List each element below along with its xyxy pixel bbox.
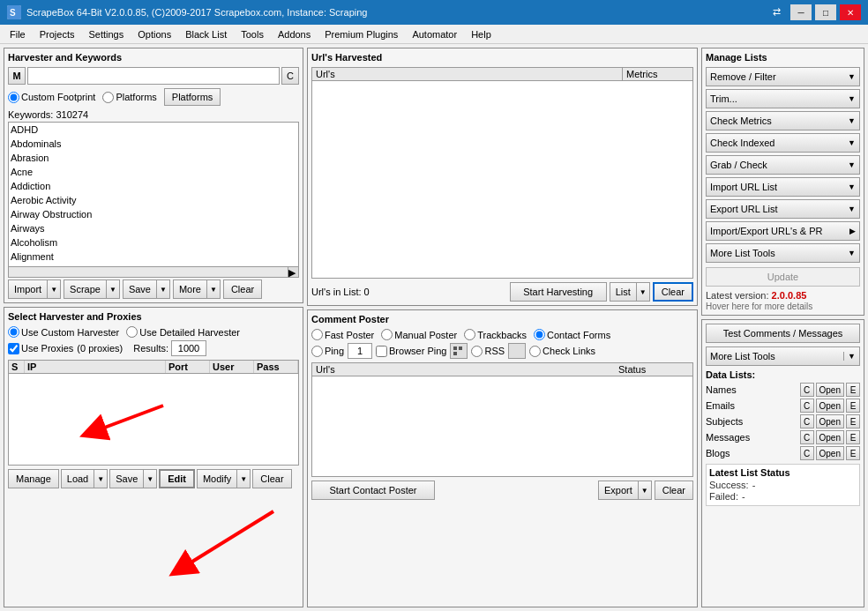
subjects-c-btn[interactable]: C — [800, 414, 814, 428]
keyword-input[interactable] — [27, 67, 280, 85]
contact-forms-radio[interactable] — [534, 329, 545, 340]
more-list-tools-btn-top[interactable]: More List Tools ▼ — [706, 243, 860, 263]
contact-forms-label[interactable]: Contact Forms — [534, 329, 610, 340]
ping-options-icon[interactable] — [450, 343, 468, 359]
results-input[interactable]: 1000 — [171, 340, 206, 356]
import-button[interactable]: Import ▼ — [8, 279, 61, 299]
urls-textarea[interactable] — [311, 80, 693, 279]
custom-harvester-radio[interactable] — [8, 326, 19, 338]
proxy-clear-btn[interactable]: Clear — [252, 469, 291, 488]
proxy-save-btn[interactable]: Save ▼ — [109, 469, 157, 488]
update-btn[interactable]: Update — [706, 267, 860, 287]
platforms-button[interactable]: Platforms — [164, 88, 221, 106]
ping-radio[interactable] — [311, 346, 323, 357]
scrape-button[interactable]: Scrape ▼ — [64, 279, 120, 299]
browser-ping-label[interactable]: Browser Ping — [376, 346, 446, 357]
proxy-modify-btn[interactable]: Modify ▼ — [197, 469, 251, 488]
custom-harvester-label[interactable]: Use Custom Harvester — [8, 326, 119, 338]
keywords-list[interactable]: ADHD Abdominals Abrasion Acne Addiction … — [8, 122, 299, 267]
menu-addons[interactable]: Addons — [272, 26, 317, 42]
import-export-pr-btn[interactable]: Import/Export URL's & PR ▶ — [706, 221, 860, 241]
keyword-item[interactable]: Aerobic Activity — [9, 193, 298, 207]
import-url-list-btn[interactable]: Import URL List ▼ — [706, 177, 860, 197]
blogs-open-btn[interactable]: Open — [816, 446, 844, 460]
export-btn[interactable]: Export ▼ — [598, 481, 652, 500]
menu-help[interactable]: Help — [465, 26, 498, 42]
menu-tools[interactable]: Tools — [235, 26, 270, 42]
ping-label[interactable]: Ping — [311, 346, 344, 357]
proxy-edit-btn[interactable]: Edit — [159, 469, 195, 488]
check-metrics-btn[interactable]: Check Metrics ▼ — [706, 111, 860, 130]
save-button[interactable]: Save ▼ — [123, 279, 170, 299]
fast-poster-radio[interactable] — [311, 329, 323, 340]
emails-e-btn[interactable]: E — [846, 399, 860, 413]
close-button[interactable]: ✕ — [840, 4, 861, 20]
messages-open-btn[interactable]: Open — [816, 430, 844, 444]
trim-btn[interactable]: Trim... ▼ — [706, 89, 860, 108]
names-e-btn[interactable]: E — [846, 383, 860, 397]
keyword-item[interactable]: Abrasion — [9, 151, 298, 165]
clear-button[interactable]: Clear — [223, 279, 262, 299]
menu-blacklist[interactable]: Black List — [179, 26, 233, 42]
platforms-radio[interactable] — [102, 92, 114, 103]
detailed-harvester-radio[interactable] — [126, 326, 138, 338]
menu-premium-plugins[interactable]: Premium Plugins — [318, 26, 404, 42]
grab-check-btn[interactable]: Grab / Check ▼ — [706, 155, 860, 175]
keyword-item[interactable]: Abdominals — [9, 137, 298, 151]
messages-c-btn[interactable]: C — [800, 430, 814, 444]
more-button[interactable]: More ▼ — [173, 279, 221, 299]
check-links-label[interactable]: Check Links — [529, 346, 595, 357]
trackbacks-radio[interactable] — [464, 329, 475, 340]
names-open-btn[interactable]: Open — [816, 383, 844, 397]
proxy-load-btn[interactable]: Load ▼ — [61, 469, 108, 488]
use-proxies-checkbox[interactable] — [8, 343, 19, 354]
subjects-e-btn[interactable]: E — [846, 414, 860, 428]
test-comments-btn[interactable]: Test Comments / Messages — [706, 324, 860, 343]
trackbacks-label[interactable]: Trackbacks — [464, 329, 527, 340]
start-harvesting-btn[interactable]: Start Harvesting — [510, 282, 607, 302]
emails-open-btn[interactable]: Open — [816, 399, 844, 413]
fast-poster-label[interactable]: Fast Poster — [311, 329, 374, 340]
manual-poster-radio[interactable] — [381, 329, 393, 340]
browser-ping-checkbox[interactable] — [376, 346, 387, 357]
emails-c-btn[interactable]: C — [800, 399, 814, 413]
export-url-list-btn[interactable]: Export URL List ▼ — [706, 199, 860, 219]
rss-label[interactable]: RSS — [471, 346, 505, 357]
blogs-e-btn[interactable]: E — [846, 446, 860, 460]
more-list-tools-btn-bottom[interactable]: More List Tools ▼ — [706, 346, 860, 366]
check-indexed-btn[interactable]: Check Indexed ▼ — [706, 133, 860, 153]
list-btn[interactable]: List ▼ — [610, 282, 650, 302]
subjects-open-btn[interactable]: Open — [816, 414, 844, 428]
remove-filter-btn[interactable]: Remove / Filter ▼ — [706, 67, 860, 86]
keyword-item[interactable]: Alcoholism — [9, 235, 298, 250]
keyword-item[interactable]: Airways — [9, 221, 298, 235]
maximize-button[interactable]: □ — [815, 4, 836, 20]
messages-e-btn[interactable]: E — [846, 430, 860, 444]
keyword-item[interactable]: Airway Obstruction — [9, 207, 298, 221]
urls-clear-btn[interactable]: Clear — [653, 282, 693, 302]
m-button[interactable]: M — [8, 67, 26, 85]
ping-value-input[interactable] — [348, 343, 372, 359]
menu-file[interactable]: File — [4, 26, 32, 42]
comment-clear-btn[interactable]: Clear — [655, 481, 693, 500]
menu-settings[interactable]: Settings — [82, 26, 130, 42]
proxy-manage-btn[interactable]: Manage — [8, 469, 59, 488]
detailed-harvester-label[interactable]: Use Detailed Harvester — [126, 326, 240, 338]
platforms-radio-label[interactable]: Platforms — [102, 92, 156, 103]
keyword-item-adhd[interactable]: ADHD — [9, 123, 298, 137]
menu-options[interactable]: Options — [131, 26, 177, 42]
c-button[interactable]: C — [281, 67, 299, 85]
names-c-btn[interactable]: C — [800, 383, 814, 397]
keyword-item[interactable]: Addiction — [9, 179, 298, 193]
custom-footprint-radio-label[interactable]: Custom Footprint — [8, 92, 95, 103]
menu-projects[interactable]: Projects — [34, 26, 81, 42]
manual-poster-label[interactable]: Manual Poster — [381, 329, 457, 340]
start-contact-poster-btn[interactable]: Start Contact Poster — [311, 481, 435, 500]
use-proxies-label[interactable]: Use Proxies (0 proxies) — [8, 343, 123, 354]
check-links-radio[interactable] — [529, 346, 541, 357]
keyword-item[interactable]: Acne — [9, 165, 298, 179]
minimize-button[interactable]: ─ — [790, 4, 812, 20]
menu-automator[interactable]: Automator — [406, 26, 463, 42]
keyword-item[interactable]: Alignment — [9, 250, 298, 264]
custom-footprint-radio[interactable] — [8, 92, 19, 103]
